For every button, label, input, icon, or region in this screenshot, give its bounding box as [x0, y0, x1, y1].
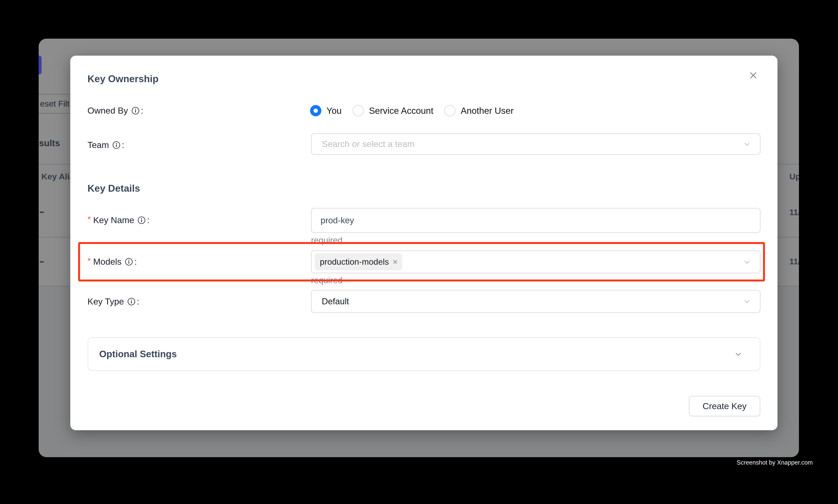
colon: :	[147, 215, 149, 225]
key-type-label: Key Type :	[88, 295, 139, 308]
team-select[interactable]: Search or select a team	[311, 133, 761, 155]
colon: :	[134, 257, 137, 267]
chevron-down-icon	[734, 350, 743, 358]
team-select-placeholder: Search or select a team	[322, 139, 414, 149]
models-tag-label: production-models	[320, 257, 389, 267]
column-header-updated: Up	[789, 172, 799, 181]
column-header-key-alias: Key Alia	[41, 172, 74, 181]
xnapper-watermark: Screenshot by Xnapper.com	[737, 459, 813, 466]
colon: :	[141, 106, 143, 116]
key-ownership-heading: Key Ownership	[88, 73, 159, 85]
key-name-label: * Key Name :	[88, 214, 149, 227]
key-type-label-text: Key Type	[88, 296, 124, 307]
info-icon[interactable]	[131, 106, 140, 115]
colon: :	[137, 296, 139, 307]
key-type-select[interactable]: Default	[311, 290, 761, 313]
info-icon[interactable]	[127, 297, 136, 306]
models-multiselect[interactable]: production-models ✕	[311, 250, 761, 273]
create-key-button-label: Create Key	[702, 401, 746, 411]
chevron-down-icon	[743, 140, 751, 148]
key-type-value: Default	[322, 296, 349, 306]
radio-unselected-icon	[444, 105, 456, 116]
table-row-date: 11/	[789, 208, 799, 217]
modal-close-button[interactable]	[747, 69, 760, 82]
table-row-date: 11/	[789, 257, 799, 266]
team-label-text: Team	[88, 140, 109, 150]
key-name-required-message: required	[311, 235, 342, 245]
key-name-input[interactable]: prod-key	[311, 208, 761, 233]
required-asterisk: *	[88, 215, 91, 224]
screenshot-stage: eset Filt sults Key Alia Up 11/ 11/ Key …	[0, 0, 838, 504]
close-icon	[749, 71, 758, 80]
models-label-text: Models	[93, 257, 122, 267]
radio-owned-by-another-user[interactable]: Another User	[444, 105, 514, 116]
colon: :	[122, 140, 124, 150]
required-asterisk: *	[88, 256, 91, 266]
reset-filters-label-fragment: eset Filt	[40, 99, 70, 109]
info-icon[interactable]	[112, 141, 121, 149]
create-key-button[interactable]: Create Key	[689, 396, 760, 416]
models-selected-tag: production-models ✕	[315, 254, 402, 270]
key-details-heading: Key Details	[88, 183, 140, 194]
team-label: Team :	[88, 139, 124, 151]
key-name-value: prod-key	[321, 216, 354, 225]
chevron-down-icon	[743, 258, 751, 266]
owned-by-label: Owned By :	[88, 104, 143, 117]
radio-owned-by-you[interactable]: You	[310, 105, 342, 116]
radio-label: Another User	[461, 105, 514, 116]
chevron-down-icon	[743, 297, 751, 306]
models-label: * Models :	[88, 255, 137, 268]
radio-owned-by-service-account[interactable]: Service Account	[353, 105, 433, 116]
create-key-button-fragment	[39, 56, 41, 74]
info-icon[interactable]	[137, 216, 146, 224]
radio-label: You	[326, 105, 342, 116]
key-name-label-text: Key Name	[93, 215, 134, 225]
radio-label: Service Account	[369, 105, 433, 116]
optional-settings-panel[interactable]: Optional Settings	[88, 337, 760, 371]
results-count-fragment: sults	[39, 138, 60, 148]
optional-settings-title: Optional Settings	[99, 349, 177, 359]
tag-remove-icon[interactable]: ✕	[392, 258, 398, 266]
info-icon[interactable]	[125, 257, 133, 266]
owned-by-label-text: Owned By	[88, 106, 128, 116]
models-required-message: required	[311, 275, 342, 285]
table-row-dash	[40, 212, 44, 213]
radio-unselected-icon	[353, 105, 364, 116]
radio-selected-icon	[310, 105, 321, 116]
table-row-dash	[40, 261, 44, 263]
create-key-modal: Key Ownership Owned By : You Service Acc…	[70, 56, 778, 430]
owned-by-radio-group: You Service Account Another User	[310, 104, 524, 117]
